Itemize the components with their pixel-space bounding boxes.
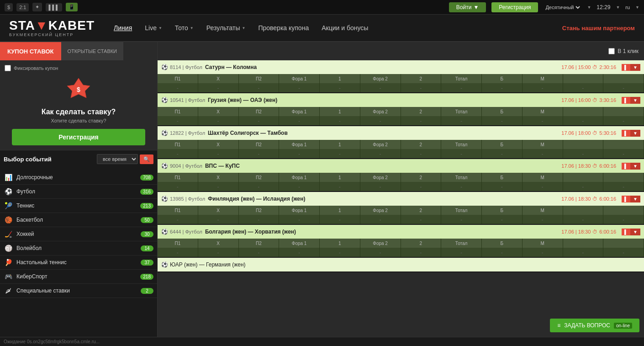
fix-label: Фиксировать купон xyxy=(14,65,58,71)
match-expand-btn-0[interactable]: ▌ xyxy=(622,64,630,71)
sport-name-8: Специальные ставки xyxy=(16,287,141,294)
match-expand-btn-5[interactable]: ▌ xyxy=(622,229,630,235)
sidebar-register-button[interactable]: Регистрация xyxy=(12,129,145,145)
coupon-body: Фиксировать купон $ Как сделать ставку? … xyxy=(0,60,157,150)
odds-col-4-2: П2 xyxy=(239,206,280,215)
sport-icon-4: 🏒 xyxy=(4,229,13,239)
match-num-4: 13985 | Футбол xyxy=(170,196,205,202)
live-arrow-icon: ▼ xyxy=(158,26,162,30)
mobile-icon[interactable]: 📱 xyxy=(66,3,78,11)
odds-val-5-8: - xyxy=(482,248,523,257)
odds-values-1: ---------- - - xyxy=(158,116,644,125)
nav-coupon-check[interactable]: Проверка купона xyxy=(253,21,314,34)
odds-col-2-6: 2 xyxy=(401,140,442,149)
open-bets-tab[interactable]: ОТКРЫТЫЕ СТАВКИ xyxy=(61,42,124,60)
odds-col-extra2-4 xyxy=(603,206,644,215)
odds-val-4-1: - xyxy=(198,215,239,224)
one-click-checkbox[interactable] xyxy=(608,48,615,54)
sport-item-специальные-ставки[interactable]: 🌶 Специальные ставки 2 xyxy=(0,284,157,298)
register-button[interactable]: Регистрация xyxy=(491,2,538,12)
main-layout: КУПОН СТАВОК ОТКРЫТЫЕ СТАВКИ Фиксировать… xyxy=(0,42,644,346)
match-down-btn-4[interactable]: ▼ xyxy=(630,196,640,202)
chat-button[interactable]: ≡ ЗАДАТЬ ВОПРОС on-line xyxy=(550,319,639,332)
odds-val-3-3: - xyxy=(279,182,320,191)
odds-col-0-4: 1 xyxy=(320,74,360,83)
odds-extra2-3: - xyxy=(603,182,644,191)
sport-item-хоккей[interactable]: 🏒 Хоккей 30 xyxy=(0,227,157,241)
fix-checkbox[interactable] xyxy=(5,65,11,71)
odds-values-2: ---------- - - xyxy=(158,149,644,158)
odds-col-2-3: Фора 1 xyxy=(279,140,320,149)
odds-col-4-8: Б xyxy=(482,206,523,215)
match-header-2: ⚽ 12822 | Футбол Шахтёр Солигорск — Тамб… xyxy=(158,126,644,140)
chart-icon[interactable]: ▌▌▌ xyxy=(46,3,62,11)
odds-val-2-5: - xyxy=(360,149,401,158)
odds-col-4-5: Фора 2 xyxy=(360,206,401,215)
nav-toto[interactable]: Тото ▼ xyxy=(169,21,199,34)
nav-live[interactable]: Live ▼ xyxy=(139,21,168,34)
sport-item-футбол[interactable]: ⚽ Футбол 316 xyxy=(0,185,157,199)
nav-results[interactable]: Результаты ▼ xyxy=(201,21,251,34)
odds-col-0-5: Фора 2 xyxy=(360,74,401,83)
match-down-btn-3[interactable]: ▼ xyxy=(630,163,640,170)
fix-row: Фиксировать купон xyxy=(5,65,153,71)
match-header-4: ⚽ 13985 | Футбол Финляндия (жен) — Ислан… xyxy=(158,192,644,206)
odds-extra1-2: - xyxy=(563,149,604,158)
nav-liniya[interactable]: Линия xyxy=(108,21,137,34)
odds-col-1-5: Фора 2 xyxy=(360,107,401,116)
site-header: STA▼KABET БУКМЕКЕРСКИЙ ЦЕНТР Линия Live … xyxy=(0,15,644,42)
odds-val-4-7: - xyxy=(441,215,482,224)
decimal-select[interactable]: Десятичный xyxy=(544,4,581,11)
sport-item-баскетбол[interactable]: 🏀 Баскетбол 50 xyxy=(0,213,157,227)
odds-val-3-5: - xyxy=(360,182,401,191)
odds-val-5-1: - xyxy=(198,248,239,257)
odds-col-extra2-1 xyxy=(603,107,644,116)
odds-col-3-5: Фора 2 xyxy=(360,173,401,182)
sport-item-киберспорт[interactable]: 🎮 КиберСпорт 218 xyxy=(0,270,157,284)
sport-icon-1: ⚽ xyxy=(4,187,13,196)
odds-extra2-5: - xyxy=(603,248,644,257)
odds-col-3-7: Тотал xyxy=(441,173,482,182)
match-expand-btn-4[interactable]: ▌ xyxy=(622,196,630,202)
sport-item-долгосрочные[interactable]: 📊 Долгосрочные 708 xyxy=(0,170,157,185)
odds-col-5-9: М xyxy=(523,239,563,248)
logo-subtitle: БУКМЕКЕРСКИЙ ЦЕНТР xyxy=(9,33,95,37)
match-time-3: 17.06 | 18:30 ⏱ 6:00:16 xyxy=(561,163,616,169)
odds-values-5: ---------- - - xyxy=(158,248,644,257)
bird-icon[interactable]: ✦ xyxy=(32,3,42,11)
match-down-btn-5[interactable]: ▼ xyxy=(630,229,640,235)
sport-item-настольный-теннис[interactable]: 🏓 Настольный теннис 37 xyxy=(0,256,157,270)
match-expand-btn-3[interactable]: ▌ xyxy=(622,163,630,170)
lang-display[interactable]: ru xyxy=(625,5,630,10)
odds-col-2-0: П1 xyxy=(158,140,198,149)
match-down-btn-1[interactable]: ▼ xyxy=(630,97,640,104)
odds-extra1-4: - xyxy=(563,215,604,224)
sport-item-волейбол[interactable]: 🏐 Волейбол 14 xyxy=(0,241,157,256)
coupon-tab[interactable]: КУПОН СТАВОК xyxy=(0,42,61,60)
coin-icon[interactable]: $ xyxy=(5,3,13,11)
time-filter-select[interactable]: все время xyxy=(97,154,138,164)
odds-col-0-8: Б xyxy=(482,74,523,83)
sport-count-6: 37 xyxy=(141,260,153,266)
odds-val-0-5: - xyxy=(360,83,401,92)
login-button[interactable]: Войти ▼ xyxy=(449,2,486,12)
sport-item-теннис[interactable]: 🎾 Теннис 213 xyxy=(0,199,157,213)
odds-val-1-7: - xyxy=(441,116,482,125)
match-block-2: ⚽ 12822 | Футбол Шахтёр Солигорск — Тамб… xyxy=(158,126,644,159)
match-expand-btn-1[interactable]: ▌ xyxy=(622,97,630,104)
logo[interactable]: STA▼KABET БУКМЕКЕРСКИЙ ЦЕНТР xyxy=(9,19,95,37)
match-title-1: Грузия (жен) — ОАЭ (жен) xyxy=(208,97,561,103)
partner-link[interactable]: Стань нашим партнером xyxy=(562,25,635,32)
odds-col-1-4: 1 xyxy=(320,107,360,116)
nav-promos[interactable]: Акции и бонусы xyxy=(316,21,374,34)
odds-val-5-7: - xyxy=(441,248,482,257)
odds-extra1-5: - xyxy=(563,248,604,257)
odds-val-0-0: - xyxy=(158,83,198,92)
match-down-btn-0[interactable]: ▼ xyxy=(630,64,640,71)
match-expand-btn-2[interactable]: ▌ xyxy=(622,130,630,137)
match-down-btn-2[interactable]: ▼ xyxy=(630,130,640,137)
top-bar-left: $ 2:1 ✦ ▌▌▌ 📱 xyxy=(5,3,78,11)
search-button[interactable]: 🔍 xyxy=(140,154,153,164)
match-time-4: 17.06 | 18:30 ⏱ 6:00:16 xyxy=(561,196,616,202)
odds-col-4-1: Х xyxy=(198,206,239,215)
